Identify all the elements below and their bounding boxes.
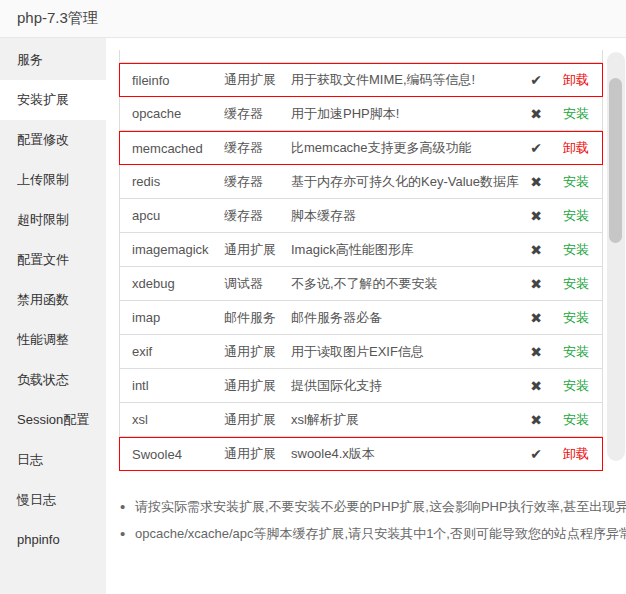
table-row: imagemagick 通用扩展 Imagick高性能图形库 ✖ 安装 [119, 233, 603, 267]
extension-description: 比memcache支持更多高级功能 [291, 139, 521, 157]
sidebar-item-config-edit[interactable]: 配置修改 [0, 120, 106, 160]
check-icon: ✔ [521, 72, 551, 88]
sidebar-item-label: 配置修改 [17, 132, 69, 147]
sidebar-item-config-file[interactable]: 配置文件 [0, 240, 106, 280]
install-link-imap[interactable]: 安装 [563, 310, 589, 325]
extension-name: opcache [120, 106, 224, 121]
sidebar-item-timeout[interactable]: 超时限制 [0, 200, 106, 240]
sidebar-item-label: 慢日志 [17, 492, 56, 507]
extension-type: 通用扩展 [224, 71, 291, 89]
sidebar-item-label: 超时限制 [17, 212, 69, 227]
sidebar: 服务 安装扩展 配置修改 上传限制 超时限制 配置文件 禁用函数 性能调整 负载… [0, 38, 106, 594]
extension-type: 缓存器 [224, 173, 291, 191]
table-row: memcached 缓存器 比memcache支持更多高级功能 ✔ 卸载 [119, 131, 603, 165]
extension-description: swoole4.x版本 [291, 445, 521, 463]
extension-type: 通用扩展 [224, 241, 291, 259]
note-text: 请按实际需求安装扩展,不要安装不必要的PHP扩展,这会影响PHP执行效率,甚至出… [135, 498, 626, 516]
extension-description: 基于内存亦可持久化的Key-Value数据库 [291, 173, 521, 191]
sidebar-item-upload-limit[interactable]: 上传限制 [0, 160, 106, 200]
sidebar-item-performance[interactable]: 性能调整 [0, 320, 106, 360]
cross-icon: ✖ [521, 378, 551, 394]
window-titlebar: php-7.3管理 [0, 0, 626, 38]
sidebar-item-label: 日志 [17, 452, 43, 467]
install-link-redis[interactable]: 安装 [563, 174, 589, 189]
scrollbar-track[interactable] [607, 52, 625, 461]
sidebar-item-log[interactable]: 日志 [0, 440, 106, 480]
extension-description: 提供国际化支持 [291, 377, 521, 395]
uninstall-link-Swoole4[interactable]: 卸载 [563, 446, 589, 461]
cross-icon: ✖ [521, 344, 551, 360]
sidebar-item-phpinfo[interactable]: phpinfo [0, 520, 106, 560]
sidebar-item-load-status[interactable]: 负载状态 [0, 360, 106, 400]
extension-type: 缓存器 [224, 139, 291, 157]
table-row: fileinfo 通用扩展 用于获取文件MIME,编码等信息! ✔ 卸载 [119, 63, 603, 97]
install-link-opcache[interactable]: 安装 [563, 106, 589, 121]
sidebar-item-label: 禁用函数 [17, 292, 69, 307]
table-row: xdebug 调试器 不多说,不了解的不要安装 ✖ 安装 [119, 267, 603, 301]
cross-icon: ✖ [521, 208, 551, 224]
table-row: Swoole4 通用扩展 swoole4.x版本 ✔ 卸载 [119, 437, 603, 471]
extension-type: 调试器 [224, 275, 291, 293]
sidebar-item-label: 性能调整 [17, 332, 69, 347]
extension-name: intl [120, 378, 224, 393]
page-title: php-7.3管理 [0, 9, 98, 28]
extension-type: 通用扩展 [224, 377, 291, 395]
sidebar-item-session[interactable]: Session配置 [0, 400, 106, 440]
install-link-apcu[interactable]: 安装 [563, 208, 589, 223]
extension-description: 不多说,不了解的不要安装 [291, 275, 521, 293]
extension-name: xdebug [120, 276, 224, 291]
extension-type: 缓存器 [224, 207, 291, 225]
install-link-imagemagick[interactable]: 安装 [563, 242, 589, 257]
note-item: • 请按实际需求安装扩展,不要安装不必要的PHP扩展,这会影响PHP执行效率,甚… [120, 493, 618, 520]
note-text: opcache/xcache/apc等脚本缓存扩展,请只安装其中1个,否则可能导… [135, 525, 626, 543]
extension-type: 通用扩展 [224, 343, 291, 361]
sidebar-item-label: 配置文件 [17, 252, 69, 267]
table-row-partial [119, 50, 603, 63]
sidebar-item-label: 上传限制 [17, 172, 69, 187]
extension-description: Imagick高性能图形库 [291, 241, 521, 259]
cross-icon: ✖ [521, 242, 551, 258]
sidebar-item-label: Session配置 [17, 412, 89, 427]
uninstall-link-fileinfo[interactable]: 卸载 [563, 72, 589, 87]
extension-description: 用于读取图片EXIF信息 [291, 343, 521, 361]
scrollbar-thumb[interactable] [609, 78, 622, 243]
table-row: redis 缓存器 基于内存亦可持久化的Key-Value数据库 ✖ 安装 [119, 165, 603, 199]
extension-name: Swoole4 [120, 447, 224, 462]
sidebar-item-service[interactable]: 服务 [0, 40, 106, 80]
extension-table: fileinfo 通用扩展 用于获取文件MIME,编码等信息! ✔ 卸载 opc… [119, 50, 603, 471]
install-link-intl[interactable]: 安装 [563, 378, 589, 393]
table-row: intl 通用扩展 提供国际化支持 ✖ 安装 [119, 369, 603, 403]
sidebar-item-disabled-fn[interactable]: 禁用函数 [0, 280, 106, 320]
sidebar-item-extensions[interactable]: 安装扩展 [0, 80, 106, 120]
extension-description: 用于获取文件MIME,编码等信息! [291, 71, 521, 89]
table-row: exif 通用扩展 用于读取图片EXIF信息 ✖ 安装 [119, 335, 603, 369]
extension-name: exif [120, 344, 224, 359]
extension-name: xsl [120, 412, 224, 427]
cross-icon: ✖ [521, 276, 551, 292]
sidebar-item-label: phpinfo [17, 532, 60, 547]
extension-type: 通用扩展 [224, 411, 291, 429]
uninstall-link-memcached[interactable]: 卸载 [563, 140, 589, 155]
extension-name: imagemagick [120, 242, 224, 257]
table-row: imap 邮件服务 邮件服务器必备 ✖ 安装 [119, 301, 603, 335]
extension-type: 通用扩展 [224, 445, 291, 463]
sidebar-item-label: 负载状态 [17, 372, 69, 387]
extension-type: 缓存器 [224, 105, 291, 123]
extension-description: 脚本缓存器 [291, 207, 521, 225]
cross-icon: ✖ [521, 412, 551, 428]
extension-name: memcached [120, 141, 224, 156]
extension-name: imap [120, 310, 224, 325]
extension-name: fileinfo [120, 73, 224, 88]
cross-icon: ✖ [521, 106, 551, 122]
install-link-xdebug[interactable]: 安装 [563, 276, 589, 291]
table-row: xsl 通用扩展 xsl解析扩展 ✖ 安装 [119, 403, 603, 437]
extension-description: 用于加速PHP脚本! [291, 105, 521, 123]
install-link-xsl[interactable]: 安装 [563, 412, 589, 427]
bullet-icon: • [120, 526, 135, 541]
sidebar-item-label: 安装扩展 [17, 92, 69, 107]
extension-description: 邮件服务器必备 [291, 309, 521, 327]
cross-icon: ✖ [521, 174, 551, 190]
sidebar-item-slow-log[interactable]: 慢日志 [0, 480, 106, 520]
install-link-exif[interactable]: 安装 [563, 344, 589, 359]
table-row: apcu 缓存器 脚本缓存器 ✖ 安装 [119, 199, 603, 233]
